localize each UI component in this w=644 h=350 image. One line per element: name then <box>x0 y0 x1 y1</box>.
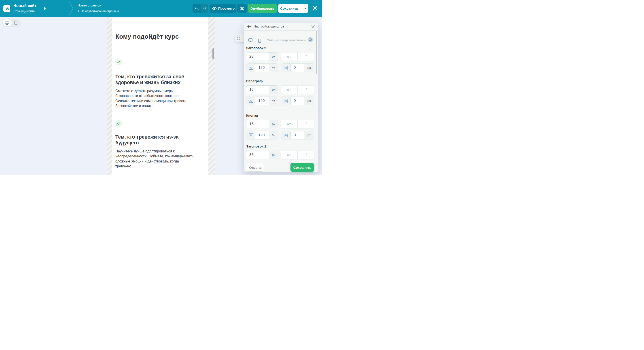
app-logo-icon[interactable] <box>3 5 10 12</box>
unit-label: px <box>269 151 278 159</box>
panel-scrollbar[interactable] <box>316 31 317 74</box>
page-section-heading[interactable]: Кому подойдёт курс <box>116 33 179 40</box>
font-size-input[interactable] <box>246 52 269 60</box>
feature-item-title[interactable]: Тем, кто тревожится из-за будущего <box>116 134 178 146</box>
desktop-mode-button[interactable] <box>3 19 12 26</box>
line-height-control: A % <box>246 131 278 139</box>
undo-icon <box>194 6 199 11</box>
font-size-control: px <box>246 52 278 61</box>
preview-label: Просмотр <box>218 6 234 10</box>
close-icon <box>311 25 315 28</box>
check-icon[interactable] <box>116 58 122 65</box>
italic-icon: I <box>305 54 306 59</box>
mobile-icon <box>258 39 261 43</box>
font-section-heading2: Заголовок 2 px AT I A % |A| <box>246 46 314 50</box>
sync-styles-button[interactable] <box>308 37 313 42</box>
device-mode-toggle <box>3 19 20 26</box>
status-text: Не опубликованая страница <box>81 9 119 13</box>
letter-spacing-control: |A| px <box>281 63 314 72</box>
italic-toggle[interactable]: I <box>298 151 314 159</box>
chevron-down-icon <box>304 8 306 9</box>
panel-header: Настройка шрифтов <box>244 23 318 31</box>
line-height-icon: A <box>246 64 255 72</box>
back-button[interactable] <box>247 24 252 29</box>
design-tools-button[interactable] <box>237 4 247 13</box>
unit-label: % <box>269 64 278 72</box>
unit-label: % <box>269 131 278 139</box>
page-margin-hatch-left <box>107 17 112 175</box>
line-height-icon: A <box>246 97 255 105</box>
redo-icon <box>202 6 207 11</box>
redo-button[interactable] <box>201 4 208 13</box>
line-height-input[interactable] <box>255 97 269 105</box>
font-size-input[interactable] <box>246 120 269 128</box>
close-editor-button[interactable] <box>312 5 318 11</box>
font-settings-panel: Настройка шрифтов Стили не синхронизиров… <box>244 23 318 172</box>
preview-button[interactable]: Просмотр <box>210 4 236 13</box>
line-height-control: A % <box>246 96 278 105</box>
site-pages-link[interactable]: Страницы сайта <box>14 9 35 13</box>
sync-status-text: Стили не синхронизированы <box>267 38 306 42</box>
unit-label: px <box>269 86 278 94</box>
font-size-control: px <box>246 120 278 128</box>
canvas-scrollbar[interactable] <box>212 48 214 59</box>
line-height-input[interactable] <box>255 64 269 72</box>
letter-spacing-input[interactable] <box>291 131 304 139</box>
line-height-icon: A <box>246 131 255 139</box>
desktop-icon <box>248 38 253 42</box>
letter-spacing-input[interactable] <box>291 97 304 105</box>
mobile-icon <box>14 20 18 25</box>
letter-spacing-control: |A| px <box>281 96 314 105</box>
letter-spacing-control: |A| px <box>281 131 314 139</box>
panel-title: Настройка шрифтов <box>254 24 284 28</box>
eye-icon <box>212 7 217 10</box>
page-status: Не опубликованая страница <box>78 9 119 13</box>
italic-toggle[interactable]: I <box>298 52 314 60</box>
font-section-button: Кнопка px AT I A % |A| <box>246 113 314 117</box>
uppercase-toggle[interactable]: AT <box>281 52 298 60</box>
unit-label: px <box>269 120 278 128</box>
feature-item-text[interactable]: Научитесь лучше адаптироваться к неопред… <box>116 149 194 169</box>
unit-label: px <box>269 52 278 60</box>
italic-toggle[interactable]: I <box>298 86 314 94</box>
publish-label: Опубликовать <box>250 6 274 10</box>
font-style-control: AT I <box>281 151 314 159</box>
uppercase-icon: AT <box>287 55 291 58</box>
unit-label: px <box>304 97 314 105</box>
italic-toggle[interactable]: I <box>298 120 314 128</box>
font-size-control: px <box>246 151 278 159</box>
mobile-mode-button[interactable] <box>12 19 20 26</box>
top-toolbar: Новый сайт Страницы сайта Новая страница… <box>0 0 322 17</box>
arrow-left-icon <box>247 25 252 28</box>
cancel-button[interactable]: Отмена <box>246 163 264 172</box>
breadcrumb-arrow-icon <box>44 7 46 10</box>
feature-item-text[interactable]: Сможете отделять разумные меры безопасно… <box>116 88 188 109</box>
status-dot-icon <box>78 10 80 12</box>
check-icon[interactable] <box>116 120 122 127</box>
page-title: Новая страница <box>78 3 101 7</box>
uppercase-toggle[interactable]: AT <box>281 86 298 94</box>
tab-desktop-styles[interactable] <box>246 37 254 44</box>
line-height-input[interactable] <box>255 131 269 139</box>
device-style-tabs: Стили не синхронизированы <box>244 37 318 44</box>
broken-link-icon <box>308 38 312 41</box>
uppercase-toggle[interactable]: AT <box>281 120 298 128</box>
font-size-input[interactable] <box>246 86 269 94</box>
section-label: Параграф <box>246 79 314 83</box>
tab-mobile-styles[interactable] <box>255 37 264 44</box>
save-options-dropdown[interactable] <box>302 4 308 13</box>
section-label: Кнопка <box>246 113 314 117</box>
font-size-control: px <box>246 85 278 94</box>
panel-save-button[interactable]: Сохранить <box>290 163 314 172</box>
publish-button[interactable]: Опубликовать <box>248 4 277 13</box>
uppercase-toggle[interactable]: AT <box>281 151 298 159</box>
unit-label: px <box>304 64 314 72</box>
feature-item-title[interactable]: Тем, кто тревожится за своё здоровье и ж… <box>116 74 184 86</box>
site-title: Новый сайт <box>14 3 36 8</box>
save-button[interactable]: Сохранить <box>278 6 300 10</box>
close-icon <box>312 5 318 11</box>
font-size-input[interactable] <box>246 151 269 159</box>
undo-button[interactable] <box>192 4 200 13</box>
panel-close-button[interactable] <box>310 24 316 29</box>
letter-spacing-input[interactable] <box>291 64 304 72</box>
